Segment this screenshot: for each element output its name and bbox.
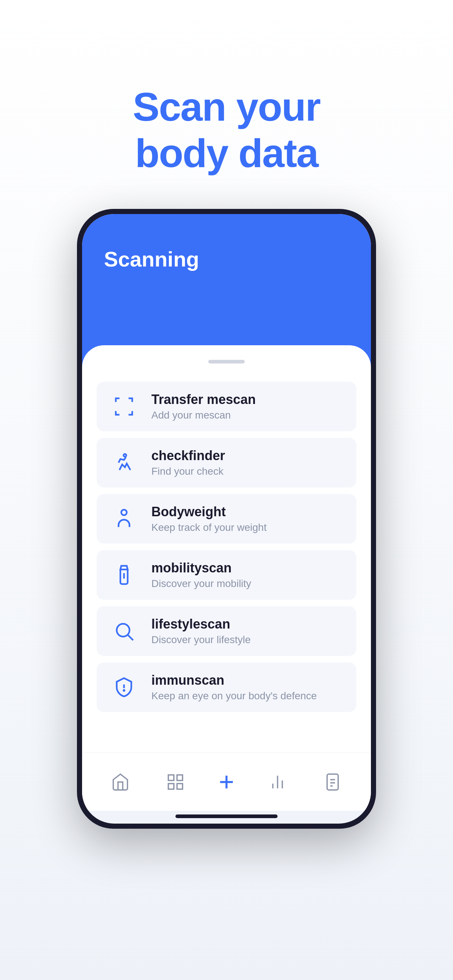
scan-item-subtitle: Find your check <box>152 466 225 477</box>
nav-add[interactable] <box>210 765 243 799</box>
scan-item-title: Bodyweight <box>152 504 266 520</box>
nav-grid[interactable] <box>155 764 196 800</box>
scan-item-title: mobilityscan <box>152 560 251 576</box>
phone-frame: Scanning Tra <box>77 209 376 829</box>
hero-title: Scan your body data <box>133 84 320 176</box>
svg-rect-7 <box>168 775 174 780</box>
svg-rect-10 <box>177 783 182 789</box>
scan-item-transfer-mescan[interactable]: Transfer mescan Add your mescan <box>97 382 356 431</box>
scan-item-immunscan[interactable]: immunscan Keep an eye on your body's def… <box>97 662 356 712</box>
svg-rect-16 <box>327 774 338 790</box>
svg-point-0 <box>124 454 126 457</box>
hero-title-text: Scan your body data <box>133 84 320 176</box>
svg-rect-8 <box>177 775 182 780</box>
scan-item-subtitle: Discover your mobility <box>152 578 251 590</box>
svg-point-6 <box>124 690 125 691</box>
scan-item-checkfinder[interactable]: checkfinder Find your check <box>97 438 356 487</box>
bottom-nav <box>82 752 371 811</box>
scan-item-text: Bodyweight Keep track of your weight <box>152 504 266 533</box>
scan-item-text: immunscan Keep an eye on your body's def… <box>152 673 317 702</box>
scan-list: Transfer mescan Add your mescan c <box>97 382 356 752</box>
run-icon <box>109 448 139 477</box>
search-icon <box>109 617 139 646</box>
nav-profile[interactable] <box>313 764 353 800</box>
svg-line-4 <box>128 635 133 640</box>
screen-header: Scanning <box>82 214 371 367</box>
nav-stats[interactable] <box>257 764 298 800</box>
home-indicator <box>175 815 278 818</box>
scan-item-text: lifestylescan Discover your lifestyle <box>152 617 250 646</box>
scan-item-title: immunscan <box>152 673 317 688</box>
svg-rect-9 <box>168 783 174 789</box>
shield-icon <box>109 673 139 702</box>
scan-item-text: mobilityscan Discover your mobility <box>152 560 251 590</box>
svg-point-1 <box>121 510 127 515</box>
scan-item-subtitle: Add your mescan <box>152 409 256 421</box>
scan-item-title: Transfer mescan <box>152 392 256 407</box>
scan-item-title: checkfinder <box>152 448 225 463</box>
scan-item-mobilityscan[interactable]: mobilityscan Discover your mobility <box>97 550 356 600</box>
scan-icon <box>109 392 139 421</box>
scan-item-subtitle: Keep an eye on your body's defence <box>152 690 317 702</box>
scan-item-title: lifestylescan <box>152 617 250 632</box>
bottom-sheet: Transfer mescan Add your mescan c <box>82 345 371 752</box>
scan-item-text: checkfinder Find your check <box>152 448 225 477</box>
screen-title: Scanning <box>104 247 349 271</box>
scan-item-subtitle: Keep track of your weight <box>152 522 266 533</box>
scan-item-lifestylescan[interactable]: lifestylescan Discover your lifestyle <box>97 606 356 656</box>
drag-handle <box>208 360 245 363</box>
nav-home[interactable] <box>100 764 140 800</box>
scan-item-text: Transfer mescan Add your mescan <box>152 392 256 421</box>
bottle-icon <box>109 560 139 590</box>
scan-item-subtitle: Discover your lifestyle <box>152 634 250 646</box>
svg-point-3 <box>117 624 129 636</box>
scan-item-bodyweight[interactable]: Bodyweight Keep track of your weight <box>97 494 356 544</box>
person-icon <box>109 504 139 533</box>
phone-screen: Scanning Tra <box>82 214 371 824</box>
